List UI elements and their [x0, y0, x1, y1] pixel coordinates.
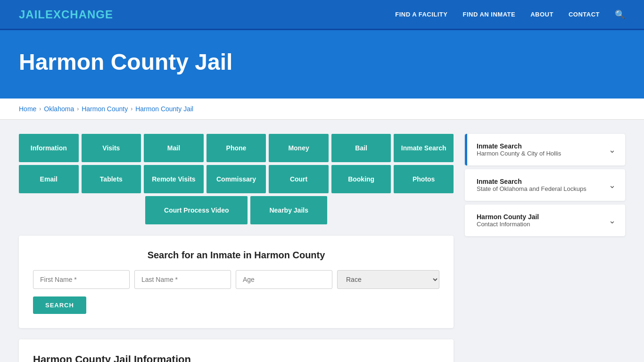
- breadcrumb-oklahoma[interactable]: Oklahoma: [44, 105, 74, 113]
- sidebar-card-header-1[interactable]: Inmate Search State of Oklahoma and Fede…: [465, 169, 625, 201]
- btn-information[interactable]: Information: [19, 134, 79, 162]
- logo[interactable]: JAILEXCHANGE: [19, 8, 113, 21]
- sidebar-card-line2-2: Contact Information: [477, 221, 539, 228]
- sidebar-card-0: Inmate Search Harmon County & City of Ho…: [465, 134, 625, 165]
- search-card: Search for an Inmate in Harmon County Ra…: [19, 236, 454, 328]
- breadcrumb-harmon-county[interactable]: Harmon County: [82, 105, 128, 113]
- left-column: Information Visits Mail Phone Money Bail…: [19, 134, 454, 362]
- last-name-input[interactable]: [134, 270, 231, 289]
- chevron-icon-0: ⌄: [609, 145, 616, 155]
- search-heading: Search for an Inmate in Harmon County: [33, 250, 439, 261]
- nav-about[interactable]: ABOUT: [530, 11, 553, 18]
- btn-booking[interactable]: Booking: [331, 165, 391, 193]
- main-content: Information Visits Mail Phone Money Bail…: [0, 120, 644, 362]
- search-icon[interactable]: 🔍: [615, 9, 625, 20]
- sidebar-card-line1-1: Inmate Search: [477, 178, 586, 185]
- search-inputs: Race White Black Hispanic Asian Other: [33, 270, 439, 289]
- nav-find-inmate[interactable]: FIND AN INMATE: [462, 11, 515, 18]
- sidebar-card-title-0: Inmate Search Harmon County & City of Ho…: [477, 142, 561, 157]
- sidebar-card-header-2[interactable]: Harmon County Jail Contact Information ⌄: [465, 205, 625, 236]
- age-input[interactable]: [236, 270, 332, 289]
- sidebar-card-line1-2: Harmon County Jail: [477, 213, 539, 221]
- button-row-1: Information Visits Mail Phone Money Bail…: [19, 134, 454, 162]
- sidebar-card-header-0[interactable]: Inmate Search Harmon County & City of Ho…: [465, 134, 625, 165]
- btn-court-process-video[interactable]: Court Process Video: [145, 196, 248, 224]
- breadcrumb-sep-3: ›: [131, 106, 132, 112]
- breadcrumb-home[interactable]: Home: [19, 105, 36, 113]
- breadcrumb-current: Harmon County Jail: [135, 105, 193, 113]
- page-title: Harmon County Jail: [19, 49, 625, 75]
- btn-court[interactable]: Court: [269, 165, 329, 193]
- btn-nearby-jails[interactable]: Nearby Jails: [250, 196, 327, 224]
- first-name-input[interactable]: [33, 270, 130, 289]
- nav-contact[interactable]: CONTACT: [569, 11, 600, 18]
- sidebar-card-title-2: Harmon County Jail Contact Information: [477, 213, 539, 228]
- sidebar-card-title-1: Inmate Search State of Oklahoma and Fede…: [477, 178, 586, 192]
- sidebar-card-line2-1: State of Oklahoma and Federal Lockups: [477, 185, 586, 192]
- hero-section: Harmon County Jail: [0, 30, 644, 99]
- button-row-3: Court Process Video Nearby Jails: [19, 196, 454, 224]
- sidebar-card-2: Harmon County Jail Contact Information ⌄: [465, 205, 625, 236]
- btn-inmate-search[interactable]: Inmate Search: [394, 134, 454, 162]
- sidebar-card-1: Inmate Search State of Oklahoma and Fede…: [465, 169, 625, 201]
- nav-links: FIND A FACILITY FIND AN INMATE ABOUT CON…: [395, 9, 625, 20]
- breadcrumb-sep-2: ›: [77, 106, 79, 112]
- breadcrumb-sep-1: ›: [39, 106, 41, 112]
- navbar: JAILEXCHANGE FIND A FACILITY FIND AN INM…: [0, 0, 644, 30]
- right-column: Inmate Search Harmon County & City of Ho…: [465, 134, 625, 362]
- chevron-icon-1: ⌄: [609, 180, 616, 190]
- btn-tablets[interactable]: Tablets: [82, 165, 141, 193]
- race-select[interactable]: Race White Black Hispanic Asian Other: [337, 270, 439, 289]
- nav-find-facility[interactable]: FIND A FACILITY: [395, 11, 447, 18]
- btn-remote-visits[interactable]: Remote Visits: [144, 165, 204, 193]
- logo-jail: JAIL: [19, 8, 45, 21]
- logo-exchange: EXCHANGE: [45, 8, 113, 21]
- breadcrumb-bar: Home › Oklahoma › Harmon County › Harmon…: [0, 99, 644, 120]
- btn-mail[interactable]: Mail: [144, 134, 204, 162]
- btn-commissary[interactable]: Commissary: [206, 165, 266, 193]
- btn-bail[interactable]: Bail: [331, 134, 391, 162]
- btn-email[interactable]: Email: [19, 165, 79, 193]
- btn-visits[interactable]: Visits: [82, 134, 141, 162]
- breadcrumb: Home › Oklahoma › Harmon County › Harmon…: [19, 105, 625, 113]
- btn-phone[interactable]: Phone: [206, 134, 266, 162]
- sidebar-card-line2-0: Harmon County & City of Hollis: [477, 150, 561, 157]
- button-row-2: Email Tablets Remote Visits Commissary C…: [19, 165, 454, 193]
- chevron-icon-2: ⌄: [609, 215, 616, 226]
- btn-photos[interactable]: Photos: [394, 165, 454, 193]
- search-button[interactable]: SEARCH: [33, 296, 86, 314]
- info-section: Harmon County Jail Information: [19, 339, 454, 362]
- sidebar-card-line1-0: Inmate Search: [477, 142, 561, 150]
- info-heading: Harmon County Jail Information: [33, 354, 439, 362]
- btn-money[interactable]: Money: [269, 134, 329, 162]
